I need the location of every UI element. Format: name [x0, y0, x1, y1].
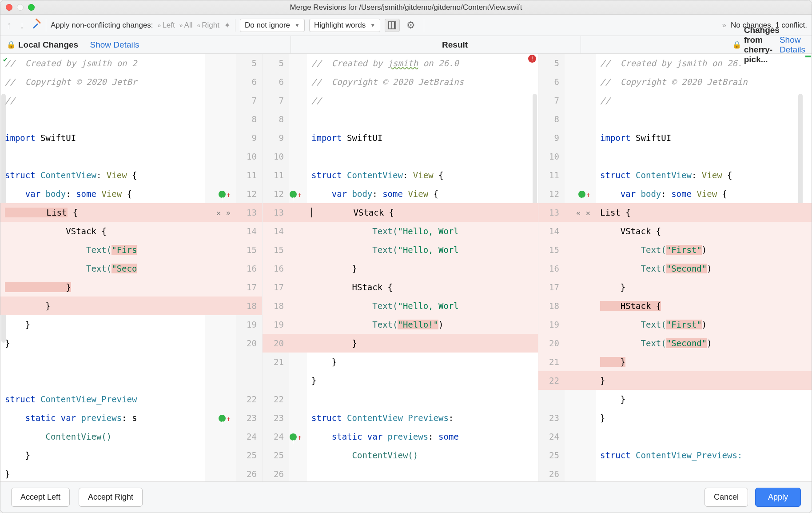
sync-scroll-icon[interactable]: [385, 19, 400, 32]
apply-icon[interactable]: »: [226, 208, 231, 217]
apply-nonconflicting-label: Apply non-conflicting changes:: [51, 21, 153, 30]
column-headers: 🔒 Local Changes Show Details Result 🔒 Ch…: [0, 36, 812, 54]
toolbar: ↑ ↓ Apply non-conflicting changes: »Left…: [0, 15, 812, 36]
right-gutter-controls: ↑ « ✕: [565, 54, 596, 481]
apply-button[interactable]: Apply: [755, 488, 801, 507]
accept-right-button[interactable]: Accept Right: [79, 488, 143, 507]
marker-icon[interactable]: [219, 191, 226, 198]
apply-icon[interactable]: «: [576, 208, 581, 217]
ignore-whitespace-dropdown[interactable]: Do not ignore▼: [240, 19, 305, 32]
cancel-button[interactable]: Cancel: [705, 488, 748, 507]
marker-icon[interactable]: [290, 191, 297, 198]
bottom-bar: Accept Left Accept Right Cancel Apply: [0, 481, 812, 513]
wand-icon[interactable]: ✦: [224, 20, 231, 30]
center-line-numbers: 5 6 7 8 9 10 11 12 13 14 15 16 17 18 19 …: [263, 54, 289, 481]
local-changes-header: Local Changes: [18, 40, 78, 50]
apply-right-button[interactable]: «Right: [197, 21, 219, 30]
apply-left-button[interactable]: »Left: [158, 21, 175, 30]
prev-change-icon[interactable]: ↑: [5, 20, 13, 31]
left-editor[interactable]: ✔ // Created by jsmith on 2 // Copyright…: [0, 54, 205, 481]
window-title: Merge Revisions for /Users/jsmith/gitdem…: [0, 3, 812, 12]
titlebar: Merge Revisions for /Users/jsmith/gitdem…: [0, 0, 812, 15]
center-gutter-left: ↑ ↑: [289, 54, 307, 481]
marker-icon[interactable]: [219, 415, 226, 422]
result-editor[interactable]: ! // Created by jsmith on 26.0 // Copyri…: [307, 54, 538, 481]
accept-left-button[interactable]: Accept Left: [11, 488, 70, 507]
left-line-numbers: 5 6 7 8 9 10 11 12 13 14 15 16 17 18 19 …: [236, 54, 263, 481]
lock-icon: 🔒: [732, 40, 741, 49]
ignore-icon[interactable]: ✕: [586, 208, 590, 217]
right-editor[interactable]: // Created by jsmith on 26. // Copyright…: [596, 54, 812, 481]
left-gutter-controls: ↑ ✕ » ↑: [205, 54, 236, 481]
editor-area: ✔ // Created by jsmith on 2 // Copyright…: [0, 54, 812, 481]
marker-icon[interactable]: [578, 191, 585, 198]
ignore-icon[interactable]: ✕: [216, 208, 221, 217]
highlight-mode-dropdown[interactable]: Highlight words▼: [309, 19, 380, 32]
next-change-icon[interactable]: ↓: [18, 20, 26, 31]
magic-resolve-icon[interactable]: [31, 20, 41, 31]
show-details-right-link[interactable]: Show Details: [780, 35, 805, 55]
marker-icon[interactable]: [290, 433, 297, 441]
merge-dialog-window: Merge Revisions for /Users/jsmith/gitdem…: [0, 0, 812, 513]
lock-icon: 🔒: [7, 40, 16, 49]
apply-all-button[interactable]: »All: [179, 21, 193, 30]
expand-icon[interactable]: »: [722, 21, 726, 30]
show-details-left-link[interactable]: Show Details: [90, 40, 139, 50]
result-header: Result: [442, 40, 468, 50]
settings-icon[interactable]: [404, 19, 419, 32]
right-center-line-numbers: 5 6 7 8 9 10 11 12 13 14 15 16 17 18 19 …: [538, 54, 565, 481]
